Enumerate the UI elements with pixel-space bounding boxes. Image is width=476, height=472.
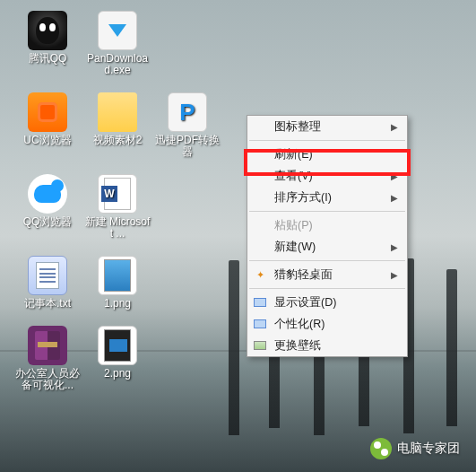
menu-icon-arrange[interactable]: 图标整理▶: [247, 116, 407, 137]
menu-liebao[interactable]: ✦猎豹轻桌面▶: [247, 264, 407, 285]
qqb-icon: [28, 174, 67, 214]
chevron-right-icon: ▶: [391, 171, 398, 181]
desktop-area[interactable]: 腾讯QQPanDownload.exeUC浏览器视频素材2P迅捷PDF转换器QQ…: [0, 0, 222, 404]
png-icon: [98, 256, 137, 295]
wechat-icon: [370, 438, 392, 459]
qq-browser-icon[interactable]: QQ浏览器: [13, 170, 82, 243]
word-doc-icon[interactable]: 新建 Microsoft ...: [82, 170, 152, 243]
menu-separator: [249, 260, 405, 261]
rar-file-icon[interactable]: 办公室人员必备可视化...: [13, 322, 82, 395]
menu-new[interactable]: 新建(W)▶: [247, 236, 407, 258]
chevron-right-icon: ▶: [391, 122, 398, 132]
menu-wallpaper[interactable]: 更换壁纸: [247, 335, 407, 356]
dock-post: [446, 269, 457, 426]
chevron-right-icon: ▶: [391, 242, 398, 252]
menu-item-label: 个性化(R): [274, 317, 325, 332]
notepad-file-icon[interactable]: 记事本.txt: [13, 252, 82, 313]
txt-icon: [28, 256, 67, 295]
icon-label: 记事本.txt: [24, 298, 71, 310]
context-menu: 图标整理▶刷新(E)查看(V)▶排序方式(I)▶粘贴(P)新建(W)▶✦猎豹轻桌…: [247, 115, 408, 357]
menu-item-label: 显示设置(D): [274, 295, 336, 310]
pdf-icon: P: [168, 92, 207, 132]
icon-label: 视频素材2: [93, 135, 143, 146]
png2-icon[interactable]: 2.png: [82, 322, 152, 395]
menu-item-label: 新建(W): [274, 240, 316, 255]
folder-icon: [98, 92, 137, 132]
watermark-label: 电脑专家团: [397, 441, 460, 457]
pandownload-icon[interactable]: PanDownload.exe: [82, 7, 152, 80]
icon-label: UC浏览器: [23, 135, 71, 146]
menu-separator: [249, 140, 405, 141]
menu-item-label: 排序方式(I): [274, 190, 332, 205]
watermark: 电脑专家团: [370, 438, 460, 459]
chevron-right-icon: ▶: [391, 193, 398, 203]
menu-display[interactable]: 显示设置(D): [247, 292, 407, 313]
pan-icon: [98, 11, 137, 50]
png1-icon[interactable]: 1.png: [82, 252, 152, 313]
icon-label: 迅捷PDF转换器: [154, 135, 221, 158]
icon-label: 1.png: [104, 298, 131, 310]
menu-item-label: 更换壁纸: [274, 338, 321, 354]
menu-refresh[interactable]: 刷新(E): [247, 144, 407, 165]
qq-icon: [28, 11, 67, 50]
rar-icon: [28, 326, 67, 365]
menu-paste: 粘贴(P): [247, 214, 407, 236]
icon-label: 2.png: [104, 368, 131, 380]
menu-separator: [249, 288, 405, 289]
menu-item-label: 粘贴(P): [274, 218, 313, 233]
png2-icon: [98, 326, 137, 365]
uc-icon: [28, 92, 67, 132]
menu-item-label: 查看(V): [274, 169, 313, 184]
uc-browser-icon[interactable]: UC浏览器: [13, 89, 82, 162]
chevron-right-icon: ▶: [391, 270, 398, 280]
menu-view[interactable]: 查看(V)▶: [247, 165, 407, 187]
icon-label: QQ浏览器: [23, 216, 73, 228]
menu-personalize[interactable]: 个性化(R): [247, 313, 407, 335]
qq-icon[interactable]: 腾讯QQ: [13, 7, 82, 80]
menu-item-label: 图标整理: [274, 119, 321, 135]
video-folder-icon[interactable]: 视频素材2: [82, 89, 152, 162]
icon-label: 办公室人员必备可视化...: [14, 368, 81, 391]
icon-label: 新建 Microsoft ...: [84, 216, 151, 240]
menu-sort[interactable]: 排序方式(I)▶: [247, 187, 407, 208]
pdf-converter-icon[interactable]: P迅捷PDF转换器: [152, 89, 222, 162]
icon-label: 腾讯QQ: [29, 53, 67, 65]
dock-post: [229, 260, 239, 435]
menu-separator: [249, 211, 405, 212]
menu-item-label: 刷新(E): [274, 147, 313, 162]
menu-item-label: 猎豹轻桌面: [274, 267, 333, 283]
word-icon: [98, 174, 137, 214]
icon-label: PanDownload.exe: [84, 53, 151, 76]
